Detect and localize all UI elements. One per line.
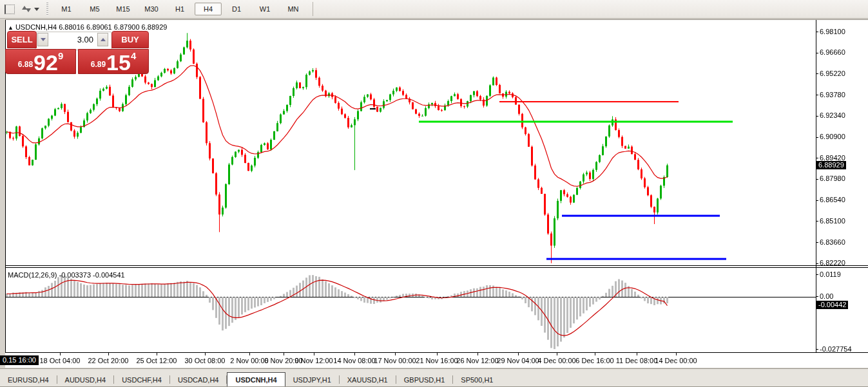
price-axis-label: 6.95220 — [820, 70, 866, 77]
sell-price-main: 92 — [34, 53, 58, 72]
time-axis-label: 21 Nov 16:00 — [416, 357, 458, 364]
price-axis-label: 6.90900 — [820, 133, 866, 140]
price-axis-label: 6.89420 — [820, 154, 866, 162]
price-axis-label: 6.96660 — [820, 48, 866, 56]
time-axis-label: 11 Dec 08:00 — [616, 357, 658, 364]
price-axis-label: 6.87980 — [820, 175, 866, 182]
quick-trade-arrows-icon[interactable] — [19, 3, 41, 15]
time-axis-label: 25 Oct 12:00 — [137, 357, 177, 364]
mt4-terminal: M1M5M15M30H1H4D1W1MN ▲USDCNH,H4 6.88016 … — [0, 0, 868, 387]
time-axis-label: 18 Oct 04:00 — [40, 357, 81, 364]
timeframe-m5[interactable]: M5 — [81, 3, 108, 15]
timeframe-m1[interactable]: M1 — [53, 3, 80, 15]
volume-increase-button[interactable] — [97, 33, 108, 46]
timeframe-w1[interactable]: W1 — [251, 3, 278, 15]
buy-price-pip: 4 — [131, 50, 136, 61]
current-price-tag: 6.88929 — [816, 161, 846, 169]
macd-value-tag: -0.00442 — [816, 301, 848, 309]
buy-price-prefix: 6.89 — [91, 60, 106, 69]
tab-eurusd[interactable]: EURUSD,H4 — [0, 373, 57, 386]
timeframe-h4[interactable]: H4 — [195, 3, 222, 15]
tab-sp500[interactable]: SP500,H1 — [453, 373, 501, 386]
tab-xauusd[interactable]: XAUUSD,H1 — [340, 373, 396, 386]
time-axis-label: 30 Oct 08:00 — [185, 357, 226, 364]
time-axis-label: 4 Dec 00:00 — [537, 357, 575, 364]
time-axis-label: 6 Dec 16:00 — [575, 357, 613, 364]
timeframe-toolbar: M1M5M15M30H1H4D1W1MN — [0, 0, 868, 19]
timeframe-buttons: M1M5M15M30H1H4D1W1MN — [52, 3, 307, 15]
chart-title: ▲USDCNH,H4 6.88016 6.89061 6.87900 6.889… — [8, 23, 167, 31]
time-axis-label: 17 Nov 00:00 — [374, 357, 416, 364]
toolbar-grip[interactable] — [46, 3, 48, 15]
sell-price-display[interactable]: 6.88929 — [5, 49, 76, 74]
time-axis-label: 2 Nov 00:00 — [230, 357, 268, 364]
price-axis-label: 6.83660 — [820, 238, 866, 246]
time-axis-label: 22 Oct 20:00 — [88, 357, 129, 364]
timeframe-d1[interactable]: D1 — [223, 3, 250, 15]
price-axis-label: 6.92340 — [820, 111, 866, 119]
chart-shift-icon[interactable] — [3, 3, 17, 15]
tab-usdcnh[interactable]: USDCNH,H4 — [227, 372, 285, 386]
buy-button[interactable]: BUY — [111, 31, 149, 48]
timeframe-m15[interactable]: M15 — [110, 3, 137, 15]
chart-tab-bar: EURUSD,H4AUDUSD,H4USDCHF,H4USDCAD,H4USDC… — [0, 368, 868, 387]
tab-usdcad[interactable]: USDCAD,H4 — [170, 373, 227, 386]
time-axis-label: 29 Nov 04:00 — [497, 357, 539, 364]
chart-window: ▲USDCNH,H4 6.88016 6.89061 6.87900 6.889… — [5, 19, 868, 368]
volume-input[interactable] — [49, 33, 97, 46]
selected-time-tag: 0.15 16:00 — [0, 355, 39, 365]
time-axis-partial-label: 8 — [27, 357, 31, 364]
tab-usdchf[interactable]: USDCHF,H4 — [114, 373, 169, 386]
time-axis-label: 26 Nov 12:00 — [456, 357, 498, 364]
macd-axis-label: 0.00 — [820, 292, 866, 300]
one-click-trade-panel: SELL BUY 6.88929 6.89154 — [5, 31, 151, 74]
price-axis-label: 6.86540 — [820, 196, 866, 203]
sell-button[interactable]: SELL — [7, 31, 37, 48]
sell-price-prefix: 6.88 — [18, 60, 33, 69]
price-axis-label: 6.85100 — [820, 217, 866, 225]
macd-indicator-label: MACD(12,26,9) -0.003373 -0.004541 — [8, 271, 125, 279]
triangle-up-icon — [101, 38, 106, 41]
toolbar-separator — [313, 2, 313, 16]
macd-axis-label: 0.0119 — [820, 270, 866, 278]
tab-usdjpy[interactable]: USDJPY,H1 — [285, 373, 339, 386]
triangle-down-icon — [41, 38, 46, 41]
price-axis-label: 6.98100 — [820, 28, 866, 35]
dropdown-caret-icon[interactable] — [34, 8, 39, 11]
price-axis-label: 6.93780 — [820, 91, 866, 99]
buy-price-main: 15 — [106, 53, 131, 72]
timeframe-mn[interactable]: MN — [280, 3, 307, 15]
time-axis-label: 14 Dec 00:00 — [655, 357, 697, 364]
timeframe-m30[interactable]: M30 — [138, 3, 165, 15]
timeframe-h1[interactable]: H1 — [166, 3, 193, 15]
volume-decrease-button[interactable] — [37, 33, 48, 46]
buy-price-display[interactable]: 6.89154 — [78, 49, 149, 74]
macd-axis-label: -0.027754 — [820, 345, 866, 353]
sell-price-pip: 9 — [58, 50, 63, 61]
tab-gbpusd[interactable]: GBPUSD,H1 — [396, 373, 453, 386]
price-axis-label: 6.82220 — [820, 259, 866, 267]
tab-audusd[interactable]: AUDUSD,H4 — [57, 373, 114, 386]
time-axis-label: 14 Nov 08:00 — [333, 357, 375, 364]
time-axis-label: 9 Nov 12:00 — [294, 357, 333, 364]
chart-marker-icon: ▲ — [8, 24, 14, 31]
